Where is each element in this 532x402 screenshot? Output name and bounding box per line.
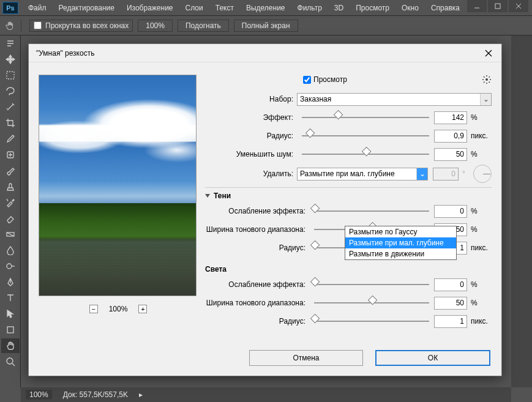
- eyedropper-tool[interactable]: [1, 132, 20, 146]
- radius-slider[interactable]: [302, 130, 429, 142]
- eraser-tool[interactable]: [1, 211, 20, 226]
- hl-fade-slider[interactable]: [314, 278, 429, 291]
- path-select-tool[interactable]: [1, 307, 20, 321]
- menu-select[interactable]: Выделение: [240, 1, 291, 15]
- menu-help[interactable]: Справка: [425, 1, 466, 15]
- remove-dropdown[interactable]: Размытие при мал. глубине ⌄: [297, 168, 428, 181]
- gradient-tool[interactable]: [1, 227, 20, 242]
- svg-point-6: [7, 358, 13, 364]
- menu-view[interactable]: Просмотр: [350, 1, 395, 15]
- zoom-100-button[interactable]: 100%: [138, 20, 173, 32]
- dialog-titlebar[interactable]: "Умная" резкость: [29, 44, 501, 62]
- move-tool[interactable]: [1, 52, 20, 67]
- right-panels[interactable]: [511, 35, 532, 387]
- menu-text[interactable]: Текст: [209, 1, 240, 15]
- crop-tool[interactable]: [1, 116, 20, 130]
- marquee-tool[interactable]: [1, 68, 20, 83]
- shadow-fade-slider[interactable]: [314, 205, 429, 217]
- hl-tonal-input[interactable]: [434, 297, 467, 310]
- chevron-down-icon: ⌄: [416, 168, 427, 180]
- healing-brush-tool[interactable]: [1, 147, 20, 162]
- amount-label: Эффект:: [205, 113, 297, 122]
- preview-zoom-label: 100%: [109, 305, 128, 313]
- hl-fade-unit: %: [467, 280, 492, 289]
- radius-label: Радиус:: [205, 132, 297, 140]
- preview-image[interactable]: [39, 75, 197, 296]
- zoom-tool[interactable]: [1, 354, 20, 369]
- shadow-fade-label: Ослабление эффекта:: [205, 207, 309, 215]
- history-brush-tool[interactable]: [1, 195, 20, 210]
- scroll-all-checkbox-input[interactable]: [34, 21, 42, 29]
- noise-unit: %: [467, 150, 492, 158]
- close-window-button[interactable]: [509, 0, 528, 12]
- hl-fade-input[interactable]: [434, 278, 467, 291]
- menu-layer[interactable]: Слои: [179, 1, 209, 15]
- preview-checkbox[interactable]: Просмотр: [303, 75, 347, 84]
- menu-image[interactable]: Изображение: [121, 1, 179, 15]
- noise-slider[interactable]: [302, 148, 429, 160]
- maximize-button[interactable]: [488, 0, 508, 12]
- smart-sharpen-dialog: "Умная" резкость − 100% + Просмотр: [28, 43, 502, 376]
- svg-rect-1: [7, 72, 14, 79]
- shape-tool[interactable]: [1, 322, 20, 337]
- hl-tonal-unit: %: [467, 299, 492, 307]
- remove-option-lensblur[interactable]: Размытие при мал. глубине: [345, 237, 456, 248]
- amount-input[interactable]: [434, 111, 467, 124]
- hl-radius-input[interactable]: [434, 315, 467, 328]
- brush-tool[interactable]: [1, 163, 20, 178]
- angle-input[interactable]: [433, 168, 459, 181]
- shadow-fade-input[interactable]: [434, 205, 467, 218]
- svg-rect-0: [495, 4, 500, 9]
- gear-icon[interactable]: [482, 75, 492, 84]
- hl-radius-slider[interactable]: [314, 315, 429, 327]
- preset-dropdown[interactable]: Заказная ⌄: [297, 93, 492, 106]
- menu-window[interactable]: Окно: [395, 1, 425, 15]
- shadow-radius-label: Радиус:: [205, 244, 309, 252]
- noise-input[interactable]: [434, 148, 467, 161]
- menu-edit[interactable]: Редактирование: [53, 1, 121, 15]
- doc-size-label: Док: 557,5K/557,5K: [63, 390, 128, 399]
- blur-tool[interactable]: [1, 243, 20, 258]
- hand-tool[interactable]: [1, 338, 20, 353]
- radius-input[interactable]: [434, 130, 467, 143]
- menu-file[interactable]: Файл: [22, 1, 53, 15]
- minimize-button[interactable]: [467, 0, 487, 12]
- hand-tool-icon: [5, 20, 16, 31]
- chevron-down-icon: ⌄: [480, 94, 491, 105]
- close-icon[interactable]: [483, 48, 494, 59]
- triangle-down-icon: [205, 194, 210, 198]
- dodge-tool[interactable]: [1, 259, 20, 274]
- menu-3d[interactable]: 3D: [328, 1, 350, 15]
- menu-filter[interactable]: Фильтр: [291, 1, 328, 15]
- preview-label: Просмотр: [313, 75, 347, 84]
- status-arrow-icon[interactable]: ▸: [139, 390, 143, 399]
- amount-slider[interactable]: [302, 111, 429, 124]
- remove-option-gauss[interactable]: Размытие по Гауссу: [345, 226, 456, 237]
- shadows-section-header[interactable]: Тени: [205, 187, 492, 200]
- zoom-in-button[interactable]: +: [138, 305, 147, 313]
- hl-tonal-slider[interactable]: [314, 297, 429, 309]
- fullscreen-button[interactable]: Полный экран: [234, 20, 298, 32]
- scroll-all-windows-checkbox[interactable]: Прокрутка во всех окнах: [29, 20, 133, 32]
- zoom-field[interactable]: 100%: [26, 390, 52, 400]
- cancel-button[interactable]: Отмена: [249, 350, 363, 366]
- magic-wand-tool[interactable]: [1, 100, 20, 114]
- highlights-section-header[interactable]: Света: [205, 261, 492, 274]
- clone-stamp-tool[interactable]: [1, 179, 20, 194]
- pen-tool[interactable]: [1, 275, 20, 289]
- tab-expand-icon[interactable]: [1, 36, 20, 51]
- angle-dial[interactable]: [473, 165, 492, 183]
- lasso-tool[interactable]: [1, 84, 20, 99]
- svg-point-7: [485, 78, 488, 81]
- shadow-radius-unit: пикс.: [467, 244, 492, 252]
- type-tool[interactable]: [1, 291, 20, 305]
- fit-button[interactable]: Подогнать: [178, 20, 229, 32]
- hl-radius-label: Радиус:: [205, 317, 309, 326]
- preview-checkbox-input[interactable]: [303, 76, 311, 84]
- zoom-out-button[interactable]: −: [89, 305, 98, 313]
- ok-button[interactable]: ОК: [375, 350, 490, 366]
- remove-dropdown-list: Размытие по Гауссу Размытие при мал. глу…: [345, 226, 457, 260]
- app-logo: Ps: [2, 2, 18, 14]
- remove-option-motion[interactable]: Размытие в движении: [345, 248, 456, 259]
- hl-fade-label: Ослабление эффекта:: [205, 280, 309, 289]
